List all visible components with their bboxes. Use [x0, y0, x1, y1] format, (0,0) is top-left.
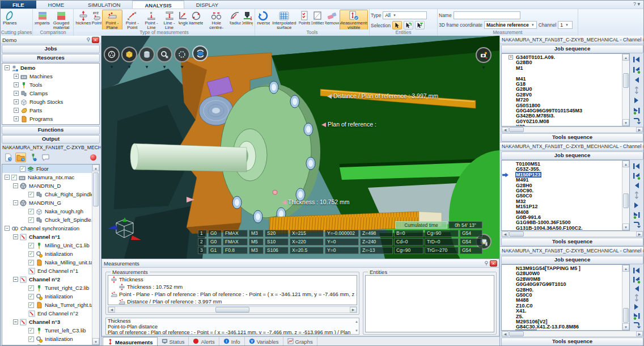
media-step-back-button[interactable]	[632, 75, 641, 84]
measure-thickness-button[interactable]: Thickness	[75, 10, 91, 26]
scroll-right-icon[interactable]: ▶	[636, 331, 643, 336]
gcode-line[interactable]: M1	[502, 66, 622, 71]
expander-icon[interactable]: +	[14, 108, 19, 113]
tree-item-naka-turret-left-tap[interactable]: Naka_Turret_left.tap	[2, 343, 92, 345]
bottom-tab-status[interactable]: Status	[158, 337, 189, 346]
measurement-item[interactable]: Point - Plane - Plan of reference : Plan…	[108, 290, 357, 298]
media-step-forward-button[interactable]	[632, 201, 641, 209]
tree-item-channel-n-2[interactable]: −Channel n°2	[2, 275, 92, 284]
type-select[interactable]: All▼	[383, 11, 427, 19]
tools-sequence-header[interactable]: Tools sequence	[501, 133, 643, 142]
refresh-view-button[interactable]	[192, 45, 208, 61]
expander-icon[interactable]: +	[14, 91, 19, 96]
expander-icon[interactable]: +	[14, 82, 19, 87]
bottom-tab-info[interactable]: iInfo	[219, 337, 245, 346]
media-play-to-event-button[interactable]	[632, 106, 641, 115]
tree-item-mandrin-g[interactable]: −MANDRIN_G	[2, 199, 92, 207]
measure-diameter-button[interactable]: Diameter	[188, 10, 204, 26]
tool-measurements-visible-button[interactable]: Measurements visible	[340, 10, 368, 31]
section-output[interactable]: Output	[2, 135, 100, 144]
media-rewind-to-event-button[interactable]	[632, 275, 641, 284]
close-button[interactable]: ✕	[490, 260, 497, 267]
media-play-to-event-button[interactable]	[632, 211, 641, 220]
ribbon-tab-home[interactable]: HOME	[36, 1, 77, 9]
gcode-list[interactable]: T0100M51G53Z-355.M150P123M491G28H0G0C90.…	[501, 160, 630, 231]
expander-icon[interactable]: −	[13, 200, 18, 205]
new-document-button[interactable]	[3, 153, 14, 162]
name-input[interactable]	[454, 11, 520, 19]
gcode-line[interactable]: G131B-1004.36A50.F100C2.	[502, 226, 622, 230]
tool-interpolated-surface-button[interactable]: Interpolated surface	[270, 10, 299, 31]
pin-icon[interactable]: ⚲	[484, 260, 488, 266]
horizontal-scrollbar[interactable]: ◀▶	[501, 331, 643, 337]
media-rewind-to-event-button[interactable]	[632, 171, 641, 180]
media-skip-to-start-button[interactable]	[632, 162, 641, 170]
scroll-right-icon[interactable]: ▶	[636, 231, 643, 237]
media-rewind-to-event-button[interactable]	[632, 65, 641, 74]
open-folder-button[interactable]	[15, 153, 26, 162]
tree-item-naka-milling-unit-tap[interactable]: Naka_Milling_unit.tap	[2, 258, 92, 267]
scroll-up-icon[interactable]: ▲	[355, 319, 358, 324]
tree-item-initialization[interactable]: Initialization	[2, 250, 92, 258]
checkbox[interactable]	[28, 328, 34, 334]
scroll-up-icon[interactable]: ▲	[622, 265, 629, 272]
tree-item-milling-unit-c1-lib[interactable]: Milling_Unit_C1.lib	[2, 241, 92, 250]
3d-viewport[interactable]: Distance / Plan of reference : 3.997 mm …	[101, 36, 499, 259]
tools-sequence-header[interactable]: Tools sequence	[501, 337, 643, 346]
section-jobs[interactable]: Jobs	[2, 45, 100, 53]
tree-item-channel-n-3[interactable]: −Channel n°3	[2, 318, 92, 326]
selection-circle-button[interactable]	[174, 47, 190, 62]
expander-icon[interactable]: −	[13, 319, 18, 324]
gouged-material-button[interactable]: Gouged material	[50, 10, 72, 31]
channel-select[interactable]: 1▼	[558, 21, 573, 29]
checkbox[interactable]	[28, 336, 34, 342]
checkbox[interactable]	[28, 209, 34, 214]
tools-button[interactable]	[28, 153, 39, 162]
scroll-up-icon[interactable]: ▲	[622, 161, 629, 167]
tree-item-clamps[interactable]: +Clamps	[2, 89, 99, 98]
tools-sequence-header[interactable]: Tools sequence	[501, 238, 643, 246]
tool-points-button[interactable]: Points	[298, 10, 310, 26]
record-button[interactable]	[90, 154, 96, 161]
selection-tangent-button[interactable]	[415, 21, 425, 29]
tree-item-channel-synchronization[interactable]: −Channel synchronization	[2, 224, 92, 233]
measure-radius-button[interactable]: Radius	[229, 10, 242, 26]
media-play-to-event-button[interactable]	[632, 311, 641, 320]
expander-icon[interactable]: +	[509, 55, 513, 60]
help-button[interactable]: ? ▾	[633, 1, 640, 7]
checkbox[interactable]	[28, 192, 34, 197]
thickness-measurement-label[interactable]: Thickness : 10.752 mm	[282, 199, 350, 205]
tree-item-rough-stocks[interactable]: +Rough Stocks	[2, 98, 99, 106]
tree-item-tools[interactable]: +Tools	[2, 81, 99, 89]
media-step-forward-button[interactable]	[632, 302, 641, 311]
checkbox[interactable]	[20, 166, 26, 172]
plan-of-reference-label[interactable]: Plan of reference :	[321, 121, 376, 128]
tree-item-mandrin-d[interactable]: −MANDRIN_D	[2, 182, 92, 190]
ribbon-tab-display[interactable]: DISPLAY	[184, 1, 230, 9]
expander-icon[interactable]: −	[13, 277, 18, 282]
media-resize-handle[interactable]	[632, 293, 641, 302]
horizontal-scrollbar[interactable]: ◀▶	[108, 306, 357, 313]
axis-triad-icon[interactable]	[106, 216, 142, 246]
checkbox[interactable]	[28, 243, 34, 248]
job-sequence-header[interactable]: Job sequence	[501, 45, 643, 53]
measure-line-line-button[interactable]: Line - Line	[160, 10, 177, 31]
ribbon-tab-file[interactable]: FILE	[1, 1, 36, 9]
media-skip-to-start-button[interactable]	[632, 266, 641, 275]
expander-icon[interactable]: +	[14, 74, 19, 79]
tree-item-naka-turret-right-tap[interactable]: Naka_Turret_right.tap	[2, 301, 92, 309]
close-button[interactable]: ✕	[92, 37, 99, 43]
pin-icon[interactable]: ⚲	[86, 37, 90, 43]
frame-coordinate-select[interactable]: Machine reference▼	[484, 21, 537, 29]
media-step-back-button[interactable]	[632, 182, 641, 190]
expander-icon[interactable]: −	[5, 175, 10, 180]
bottom-tab-measurements[interactable]: Measurements	[103, 337, 158, 346]
expander-icon[interactable]: −	[13, 234, 18, 239]
gcode-list[interactable]: +G340T0101.A09.G28B0M1M41G18G28U0G28V0M7…	[501, 53, 630, 126]
scroll-right-icon[interactable]: ▶	[636, 127, 643, 132]
checkbox[interactable]	[11, 175, 17, 180]
ribbon-tab-analysis[interactable]: ANALYSIS	[132, 1, 184, 9]
horizontal-scrollbar[interactable]: ◀▶	[501, 231, 643, 237]
tree-item-initialization[interactable]: Initialization	[2, 292, 92, 301]
tree-item-demo[interactable]: −Demo	[2, 64, 99, 72]
